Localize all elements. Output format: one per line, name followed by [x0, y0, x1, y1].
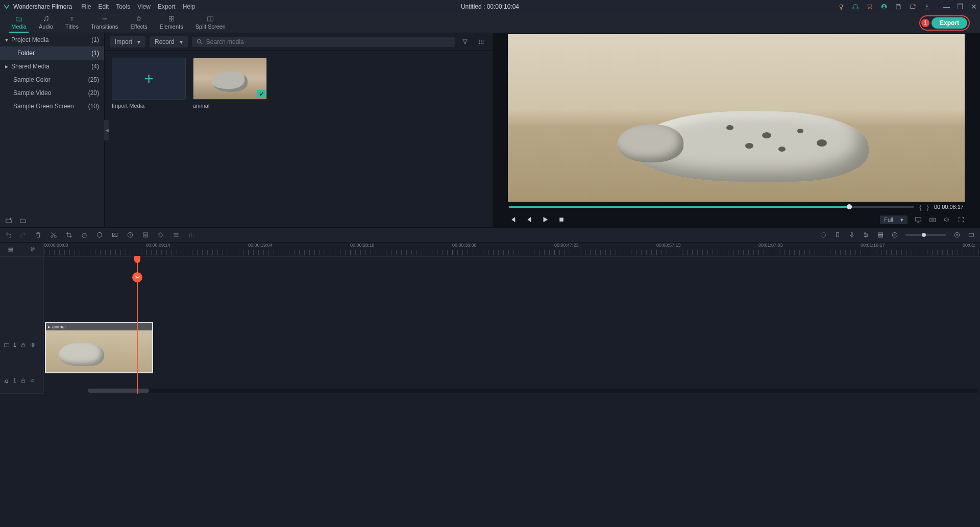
window-close-button[interactable]: ✕	[971, 3, 977, 11]
export-button[interactable]: Export	[932, 17, 967, 29]
detect-icon[interactable]	[142, 231, 149, 238]
undo-icon[interactable]	[5, 231, 12, 238]
step-back-button[interactable]	[524, 215, 533, 224]
window-maximize-button[interactable]: ❐	[957, 3, 964, 11]
greenscreen-icon[interactable]	[111, 231, 118, 238]
sidebar-item-shared-media[interactable]: ▸Shared Media (4)	[0, 60, 104, 73]
stop-button[interactable]	[557, 215, 566, 224]
speed-icon[interactable]	[81, 231, 88, 238]
svg-rect-53	[5, 343, 9, 346]
message-icon[interactable]	[909, 3, 916, 10]
save-icon[interactable]	[895, 3, 902, 10]
color-icon[interactable]	[96, 231, 103, 238]
new-folder-icon[interactable]	[5, 217, 12, 224]
track-options-icon[interactable]	[8, 247, 14, 253]
fullscreen-icon[interactable]	[958, 216, 965, 223]
display-icon[interactable]	[915, 216, 922, 223]
playhead-handle[interactable]	[134, 256, 140, 263]
search-input[interactable]	[206, 38, 451, 45]
audio-mixer-icon[interactable]	[188, 231, 195, 238]
prev-frame-button[interactable]	[508, 215, 517, 224]
search-box[interactable]	[192, 37, 455, 47]
menu-file[interactable]: File	[81, 3, 91, 10]
mark-in-button[interactable]: {	[919, 203, 921, 211]
tracks-body[interactable]: ✂ ▸animal	[44, 257, 980, 394]
window-minimize-button[interactable]: —	[943, 3, 950, 11]
marker-icon[interactable]	[834, 231, 841, 238]
progress-thumb[interactable]	[847, 204, 852, 209]
redo-icon[interactable]	[19, 231, 27, 238]
playhead[interactable]: ✂	[137, 257, 138, 394]
mark-out-button[interactable]: }	[927, 203, 929, 211]
media-clip-animal[interactable]: ✓ animal	[193, 58, 267, 109]
zoom-out-icon[interactable]	[891, 231, 898, 238]
menu-tools[interactable]: Tools	[116, 3, 130, 10]
play-button[interactable]	[541, 215, 550, 224]
tab-transitions[interactable]: Transitions	[85, 12, 124, 33]
mute-icon[interactable]	[30, 378, 36, 384]
audio-track-head[interactable]: 1	[0, 368, 43, 394]
lightbulb-icon[interactable]	[838, 3, 845, 10]
cut-icon[interactable]	[50, 231, 57, 238]
import-media-tile[interactable]: + Import Media	[112, 58, 186, 109]
lock-icon[interactable]	[20, 378, 26, 384]
svg-rect-14	[169, 19, 171, 21]
mixer-icon[interactable]	[863, 231, 870, 238]
menu-help[interactable]: Help	[183, 3, 195, 10]
preview-canvas[interactable]	[508, 34, 965, 202]
download-icon[interactable]	[923, 3, 930, 10]
sidebar-item-sample-color[interactable]: Sample Color (25)	[0, 73, 104, 86]
split-clip-button[interactable]: ✂	[132, 272, 142, 282]
filter-icon[interactable]	[459, 36, 471, 48]
sidebar-item-sample-video[interactable]: Sample Video (20)	[0, 86, 104, 100]
preview-quality-select[interactable]: Full▾	[880, 215, 908, 224]
lock-icon[interactable]	[20, 342, 26, 348]
cart-icon[interactable]	[866, 3, 873, 10]
folder-icon[interactable]	[19, 217, 27, 224]
preview-progress[interactable]	[509, 206, 914, 208]
video-track-head[interactable]: 1	[0, 322, 43, 368]
user-avatar-icon[interactable]	[880, 3, 888, 10]
track-manage-icon[interactable]	[877, 231, 884, 238]
headphones-icon[interactable]	[852, 3, 859, 10]
tab-audio[interactable]: Audio	[33, 12, 59, 33]
volume-icon[interactable]	[943, 216, 950, 223]
tab-effects[interactable]: Effects	[124, 12, 153, 33]
tab-media[interactable]: Media	[5, 12, 33, 33]
sidebar-count: (10)	[88, 103, 99, 110]
zoom-fit-icon[interactable]	[968, 231, 975, 238]
zoom-knob[interactable]	[922, 233, 926, 237]
select-label: Full	[884, 217, 893, 223]
sidebar-item-sample-green[interactable]: Sample Green Screen (10)	[0, 100, 104, 113]
title-bar: Wondershare Filmora File Edit Tools View…	[0, 0, 980, 13]
voiceover-icon[interactable]	[848, 231, 855, 238]
menu-view[interactable]: View	[137, 3, 151, 10]
timeline-scrollbar[interactable]	[88, 389, 978, 393]
scrollbar-thumb[interactable]	[88, 389, 149, 393]
tab-elements[interactable]: Elements	[154, 12, 189, 33]
eye-icon[interactable]	[30, 342, 36, 348]
grid-view-icon[interactable]	[475, 36, 487, 48]
sidebar-item-project-media[interactable]: ▾Project Media (1)	[0, 33, 104, 46]
magnet-icon[interactable]	[30, 247, 36, 253]
app-name: Wondershare Filmora	[13, 3, 72, 10]
keyframe-icon[interactable]	[157, 231, 164, 238]
timeline-ruler[interactable]: 00:00:00:0000:00:09:1400:00:19:0400:00:2…	[44, 243, 980, 256]
render-icon[interactable]	[820, 231, 827, 238]
delete-icon[interactable]	[35, 231, 42, 238]
zoom-in-icon[interactable]	[953, 231, 961, 238]
import-dropdown[interactable]: Import▾	[110, 36, 145, 47]
tab-split-screen[interactable]: Split Screen	[189, 12, 232, 33]
settings-icon[interactable]	[173, 231, 180, 238]
menu-edit[interactable]: Edit	[99, 3, 109, 10]
sidebar-item-folder[interactable]: Folder (1)	[0, 46, 104, 60]
menu-export[interactable]: Export	[158, 3, 176, 10]
document-title: Untitled : 00:00:10:04	[461, 3, 519, 10]
record-dropdown[interactable]: Record▾	[150, 36, 188, 47]
crop-icon[interactable]	[65, 231, 72, 238]
zoom-slider[interactable]	[905, 234, 946, 236]
duration-icon[interactable]	[127, 231, 134, 238]
tab-titles[interactable]: Titles	[59, 12, 85, 33]
sidebar-collapse-handle[interactable]: ◀	[104, 120, 109, 140]
snapshot-icon[interactable]	[929, 216, 936, 223]
